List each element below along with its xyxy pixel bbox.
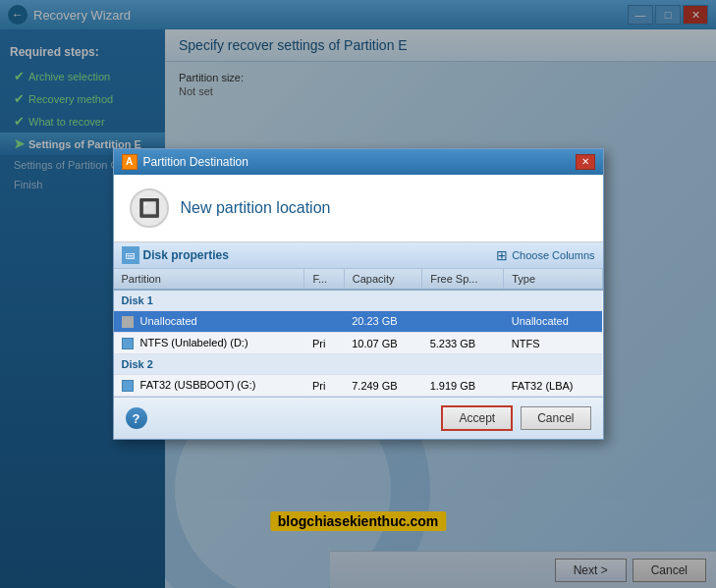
modal-header: 🔲 New partition location <box>114 175 603 242</box>
cancel-button[interactable]: Cancel <box>521 406 590 430</box>
col-free-space: Free Sp... <box>422 269 504 290</box>
row-capacity: 20.23 GB <box>344 310 421 332</box>
modal-close-button[interactable]: ✕ <box>576 154 595 170</box>
table-row[interactable]: FAT32 (USBBOOT) (G:) Pri 7.249 GB 1.919 … <box>114 375 603 397</box>
accept-button[interactable]: Accept <box>441 405 513 431</box>
disk1-header-row: Disk 1 <box>114 290 603 311</box>
columns-icon: ⊞ <box>496 247 508 263</box>
choose-columns-button[interactable]: ⊞ Choose Columns <box>496 247 594 263</box>
disk1-label: Disk 1 <box>114 290 603 311</box>
partition-destination-modal: A Partition Destination ✕ 🔲 New partitio… <box>113 148 604 440</box>
toolbar-label: Disk properties <box>143 248 229 262</box>
disk2-label: Disk 2 <box>114 354 603 375</box>
fat32-icon <box>122 380 134 392</box>
modal-header-title: New partition location <box>181 199 331 217</box>
modal-title: Partition Destination <box>143 155 576 169</box>
col-filesystem: F... <box>304 269 344 290</box>
row-fs <box>304 310 344 332</box>
table-header-row: Partition F... Capacity Free Sp... Type <box>114 269 603 290</box>
row-free: 1.919 GB <box>422 375 504 397</box>
partition-table: Partition F... Capacity Free Sp... Type … <box>114 269 603 397</box>
disk-icon: 🖴 <box>122 246 139 264</box>
row-capacity: 10.07 GB <box>344 332 421 353</box>
disk2-header-row: Disk 2 <box>114 354 603 375</box>
unallocated-icon <box>122 316 134 328</box>
col-type: Type <box>504 269 602 290</box>
row-type: NTFS <box>504 332 602 353</box>
modal-title-icon: A <box>122 154 138 170</box>
row-fs: Pri <box>304 332 344 353</box>
ntfs-icon <box>122 338 134 349</box>
col-capacity: Capacity <box>344 269 421 290</box>
row-partition: Unallocated <box>114 310 304 332</box>
modal-overlay: A Partition Destination ✕ 🔲 New partitio… <box>0 0 716 588</box>
table-row[interactable]: NTFS (Unlabeled) (D:) Pri 10.07 GB 5.233… <box>114 332 603 353</box>
row-type: Unallocated <box>504 310 602 332</box>
row-free <box>422 310 504 332</box>
row-capacity: 7.249 GB <box>344 375 421 397</box>
modal-titlebar: A Partition Destination ✕ <box>114 149 603 175</box>
col-partition: Partition <box>114 269 304 290</box>
modal-table-container: Partition F... Capacity Free Sp... Type … <box>114 269 603 397</box>
row-type: FAT32 (LBA) <box>504 375 602 397</box>
modal-toolbar: 🖴 Disk properties ⊞ Choose Columns <box>114 242 603 269</box>
modal-footer: ? Accept Cancel <box>114 397 603 439</box>
choose-columns-label: Choose Columns <box>512 249 594 261</box>
row-free: 5.233 GB <box>422 332 504 353</box>
toolbar-left: 🖴 Disk properties <box>122 246 229 264</box>
row-partition: NTFS (Unlabeled) (D:) <box>114 332 304 353</box>
partition-icon: 🔲 <box>130 188 169 228</box>
row-fs: Pri <box>304 375 344 397</box>
row-partition: FAT32 (USBBOOT) (G:) <box>114 375 304 397</box>
table-row[interactable]: Unallocated 20.23 GB Unallocated <box>114 310 603 332</box>
help-button[interactable]: ? <box>126 407 147 429</box>
